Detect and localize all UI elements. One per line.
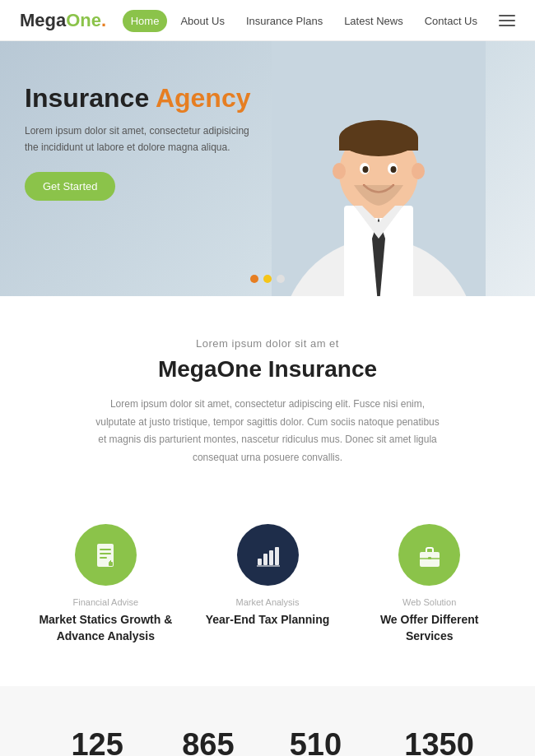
- about-title: MegaOne Insurance: [49, 356, 486, 383]
- hero-dot-2[interactable]: [263, 275, 272, 283]
- hamburger-line2: [499, 20, 515, 21]
- svg-rect-24: [269, 550, 273, 565]
- stat-feedbacks: 1350 Positive Feedbacks: [397, 727, 482, 756]
- svg-rect-16: [100, 549, 111, 550]
- svg-point-11: [391, 166, 397, 173]
- about-description: Lorem ipsum dolor sit amet, consectetur …: [95, 396, 440, 466]
- svg-point-13: [412, 163, 425, 179]
- svg-point-10: [363, 166, 369, 173]
- stat-number-customers: 125: [53, 727, 141, 756]
- hamburger-line3: [499, 25, 515, 26]
- svg-rect-7: [339, 138, 418, 151]
- stat-number-projects: 510: [275, 727, 356, 756]
- logo: MegaOne.: [20, 10, 123, 31]
- feature-label-web: Web Solution: [402, 597, 456, 607]
- nav-item-about[interactable]: About Us: [172, 13, 232, 28]
- nav-item-plans[interactable]: Insurance Plans: [238, 13, 331, 28]
- chart-icon: [254, 542, 281, 568]
- svg-rect-25: [275, 547, 279, 565]
- hero-dot-3[interactable]: [277, 275, 285, 283]
- nav-link-plans[interactable]: Insurance Plans: [238, 10, 331, 32]
- hero-title-black: Insurance: [25, 83, 149, 113]
- hero-title-orange: Agency: [156, 83, 251, 113]
- svg-rect-21: [109, 561, 110, 564]
- nav-link-about[interactable]: About Us: [172, 10, 232, 32]
- nav-item-news[interactable]: Latest News: [336, 13, 412, 28]
- feature-label-financial: Financial Advise: [73, 597, 139, 607]
- hero-person-image: [272, 41, 486, 296]
- logo-mega: Mega: [20, 10, 66, 31]
- hero-dots: [250, 275, 285, 283]
- stat-projects: 510 Project Completed: [275, 727, 356, 756]
- nav-links: Home About Us Insurance Plans Latest New…: [123, 13, 486, 28]
- nav-link-news[interactable]: Latest News: [336, 10, 412, 32]
- document-icon: [92, 542, 119, 568]
- stats-section: 125 Satisfied Customers 865 Investments …: [0, 686, 535, 756]
- hero-content: Insurance Agency Lorem ipsum dolor sit a…: [25, 82, 255, 201]
- nav-item-home[interactable]: Home: [123, 13, 168, 28]
- hero-section: Insurance Agency Lorem ipsum dolor sit a…: [0, 41, 535, 296]
- svg-rect-17: [100, 553, 111, 554]
- hero-title: Insurance Agency: [25, 82, 255, 114]
- svg-rect-18: [100, 557, 107, 559]
- nav-item-contact[interactable]: Contact Us: [416, 13, 486, 28]
- svg-point-12: [333, 163, 346, 179]
- stat-number-feedbacks: 1350: [397, 727, 482, 756]
- logo-dot: .: [101, 10, 106, 31]
- navbar: MegaOne. Home About Us Insurance Plans L…: [0, 0, 535, 41]
- svg-rect-22: [258, 559, 262, 565]
- briefcase-icon: [416, 542, 443, 568]
- features-section: Financial Advise Market Statics Growth &…: [0, 524, 535, 685]
- hamburger-menu[interactable]: [499, 15, 515, 26]
- feature-label-market: Market Analysis: [235, 597, 299, 607]
- stat-investments: 865 Investments: [182, 727, 235, 756]
- stat-number-investments: 865: [182, 727, 235, 756]
- about-section: Lorem ipsum dolor sit am et MegaOne Insu…: [0, 296, 535, 524]
- feature-web: Web Solution We Offer Different Services: [356, 524, 502, 644]
- get-started-button[interactable]: Get Started: [25, 172, 115, 201]
- nav-link-contact[interactable]: Contact Us: [416, 10, 486, 32]
- feature-icon-web: [398, 524, 460, 586]
- about-subtitle: Lorem ipsum dolor sit am et: [49, 337, 486, 350]
- feature-icon-financial: [75, 524, 137, 586]
- nav-link-home[interactable]: Home: [123, 10, 168, 32]
- hamburger-line1: [499, 15, 515, 16]
- logo-one: One: [66, 10, 101, 31]
- hero-description: Lorem ipsum dolor sit amet, consectetur …: [25, 123, 255, 155]
- feature-icon-market: [237, 524, 299, 586]
- feature-financial: Financial Advise Market Statics Growth &…: [33, 524, 179, 644]
- svg-rect-20: [110, 560, 111, 563]
- stat-customers: 125 Satisfied Customers: [53, 727, 141, 756]
- feature-title-web: We Offer Different Services: [356, 612, 502, 644]
- feature-market: Market Analysis Year-End Tax Planning: [195, 524, 341, 644]
- feature-title-market: Year-End Tax Planning: [206, 612, 330, 628]
- svg-rect-23: [263, 554, 268, 565]
- hero-dot-1[interactable]: [250, 275, 258, 283]
- feature-title-financial: Market Statics Growth & Advance Analysis: [33, 612, 179, 644]
